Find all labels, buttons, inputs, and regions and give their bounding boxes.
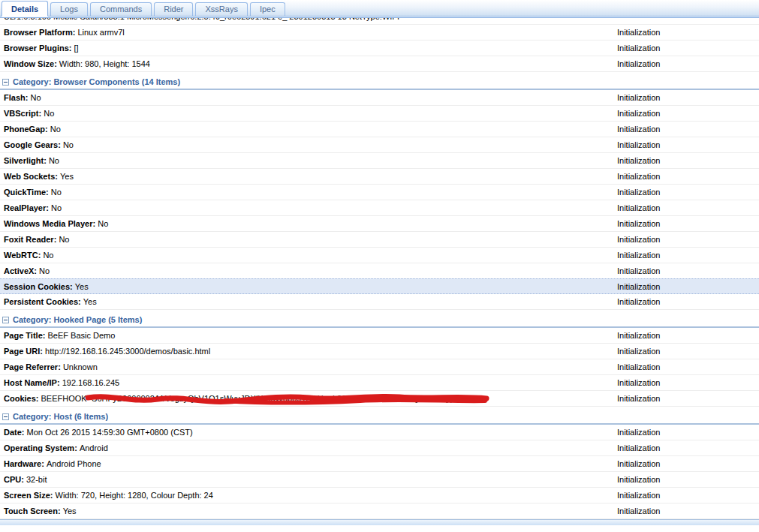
- detail-row[interactable]: DateMon Oct 26 2015 14:59:30 GMT+0800 (C…: [0, 425, 759, 440]
- tab-logs[interactable]: Logs: [50, 2, 88, 16]
- row-status: Initialization: [617, 106, 660, 121]
- row-label: Web Sockets: [4, 172, 60, 181]
- row-value: Yes: [63, 506, 77, 515]
- row-status: Initialization: [617, 169, 660, 184]
- group-header[interactable]: Category: Browser Components (14 Items): [0, 75, 759, 90]
- detail-row[interactable]: FlashNoInitialization: [0, 90, 759, 106]
- row-value: BeEF Basic Demo: [48, 331, 116, 340]
- row-value: Yes: [83, 297, 97, 306]
- row-status: Initialization: [617, 279, 660, 294]
- detail-row[interactable]: Browser PlatformLinux armv7lInitializati…: [0, 25, 759, 41]
- row-label: WebRTC: [4, 251, 43, 260]
- row-label: Foxit Reader: [4, 235, 59, 244]
- collapse-minus-icon[interactable]: [2, 79, 9, 86]
- tab-commands[interactable]: Commands: [90, 2, 152, 16]
- row-value: No: [51, 188, 62, 197]
- row-label: CPU: [4, 475, 26, 484]
- row-label: Persistent Cookies: [4, 297, 83, 306]
- row-value: 192.168.16.245: [62, 378, 119, 387]
- row-label: RealPlayer: [4, 203, 51, 212]
- clipped-useragent-row[interactable]: U2/1.0.8.106 Mobile Safari/533.1 MicroMe…: [0, 18, 759, 25]
- detail-row[interactable]: Page ReferrerUnknownInitialization: [0, 359, 759, 375]
- detail-row[interactable]: SilverlightNoInitialization: [0, 153, 759, 169]
- detail-row[interactable]: WebRTCNoInitialization: [0, 248, 759, 263]
- row-label: Google Gears: [4, 140, 63, 149]
- row-value: Yes: [75, 282, 89, 291]
- collapse-minus-icon[interactable]: [2, 317, 9, 323]
- row-status: Initialization: [617, 25, 660, 40]
- detail-row[interactable]: Touch ScreenYesInitialization: [0, 503, 759, 519]
- row-status: Initialization: [617, 328, 660, 343]
- tab-xssrays[interactable]: XssRays: [195, 2, 247, 16]
- row-value: No: [59, 235, 69, 244]
- detail-row[interactable]: Windows Media PlayerNoInitialization: [0, 216, 759, 232]
- row-value: BEEFHOOK=S6HFyB0000002AfrVogzyQbV1Q1sWyu…: [41, 394, 473, 403]
- detail-row[interactable]: Session CookiesYesInitialization: [0, 278, 759, 294]
- detail-row[interactable]: Page URIhttp://192.168.16.245:3000/demos…: [0, 344, 759, 359]
- row-value: http://192.168.16.245:3000/demos/basic.h…: [45, 347, 210, 356]
- detail-row[interactable]: PhoneGapNoInitialization: [0, 122, 759, 137]
- tab-bar-bottom-edge: [0, 16, 759, 18]
- tab-ipec[interactable]: Ipec: [250, 2, 285, 16]
- row-label: PhoneGap: [4, 125, 50, 134]
- detail-row[interactable]: ActiveXNoInitialization: [0, 263, 759, 279]
- detail-row[interactable]: Persistent CookiesYesInitialization: [0, 294, 759, 310]
- row-status: Initialization: [617, 263, 660, 278]
- detail-row[interactable]: Web SocketsYesInitialization: [0, 169, 759, 185]
- detail-row[interactable]: Operating SystemAndroidInitialization: [0, 440, 759, 456]
- detail-row[interactable]: Google GearsNoInitialization: [0, 137, 759, 153]
- row-status: Initialization: [617, 472, 660, 487]
- row-label: Host Name/IP: [4, 378, 62, 387]
- row-value: No: [39, 266, 50, 275]
- row-status: Initialization: [617, 440, 660, 455]
- tab-rider[interactable]: Rider: [154, 2, 193, 16]
- group-title: Category: Host (6 Items): [13, 412, 108, 421]
- row-label: Date: [4, 428, 27, 437]
- details-grid: U2/1.0.8.106 Mobile Safari/533.1 MicroMe…: [0, 18, 759, 519]
- row-value: Width: 980, Height: 1544: [59, 59, 150, 68]
- row-status: Initialization: [617, 200, 660, 215]
- detail-row[interactable]: CookiesBEEFHOOK=S6HFyB0000002AfrVogzyQbV…: [0, 391, 759, 407]
- detail-row[interactable]: RealPlayerNoInitialization: [0, 200, 759, 216]
- row-status: Initialization: [617, 456, 660, 471]
- row-value: Yes: [60, 172, 74, 181]
- clipped-useragent-text: U2/1.0.8.106 Mobile Safari/533.1 MicroMe…: [0, 18, 759, 25]
- row-status: Initialization: [617, 248, 660, 263]
- row-value: No: [63, 140, 74, 149]
- detail-row[interactable]: Page TitleBeEF Basic DemoInitialization: [0, 328, 759, 344]
- row-status: Initialization: [617, 122, 660, 137]
- row-label: Page Title: [4, 331, 48, 340]
- detail-row[interactable]: CPU32-bitInitialization: [0, 472, 759, 488]
- detail-row[interactable]: Foxit ReaderNoInitialization: [0, 232, 759, 248]
- detail-row[interactable]: Host Name/IP192.168.16.245Initialization: [0, 375, 759, 391]
- group-header[interactable]: Category: Hooked Page (5 Items): [0, 313, 759, 328]
- row-label: Window Size: [4, 59, 59, 68]
- row-value: No: [98, 219, 108, 228]
- tab-details[interactable]: Details: [2, 1, 48, 17]
- row-label: Browser Plugins: [4, 44, 74, 53]
- row-label: Operating System: [4, 443, 80, 452]
- detail-row[interactable]: VBScriptNoInitialization: [0, 106, 759, 122]
- group-header[interactable]: Category: Host (6 Items): [0, 410, 759, 425]
- detail-row[interactable]: HardwareAndroid PhoneInitialization: [0, 456, 759, 472]
- row-label: Windows Media Player: [4, 219, 98, 228]
- row-status: Initialization: [617, 90, 660, 105]
- row-value: No: [30, 93, 41, 102]
- row-value: []: [74, 44, 79, 53]
- row-value: 32-bit: [26, 475, 47, 484]
- row-label: Session Cookies: [4, 282, 75, 291]
- row-status: Initialization: [617, 41, 660, 56]
- group-title: Category: Browser Components (14 Items): [13, 77, 180, 86]
- row-status: Initialization: [617, 359, 660, 374]
- row-value: No: [49, 156, 59, 165]
- detail-row[interactable]: QuickTimeNoInitialization: [0, 185, 759, 200]
- detail-row[interactable]: Window SizeWidth: 980, Height: 1544Initi…: [0, 56, 759, 72]
- row-label: QuickTime: [4, 188, 51, 197]
- row-status: Initialization: [617, 216, 660, 231]
- collapse-minus-icon[interactable]: [2, 413, 9, 420]
- row-value: Width: 720, Height: 1280, Colour Depth: …: [56, 491, 213, 500]
- detail-row[interactable]: Browser Plugins[]Initialization: [0, 41, 759, 56]
- row-value: Android Phone: [47, 459, 101, 468]
- detail-row[interactable]: Screen SizeWidth: 720, Height: 1280, Col…: [0, 488, 759, 503]
- row-status: Initialization: [617, 375, 660, 390]
